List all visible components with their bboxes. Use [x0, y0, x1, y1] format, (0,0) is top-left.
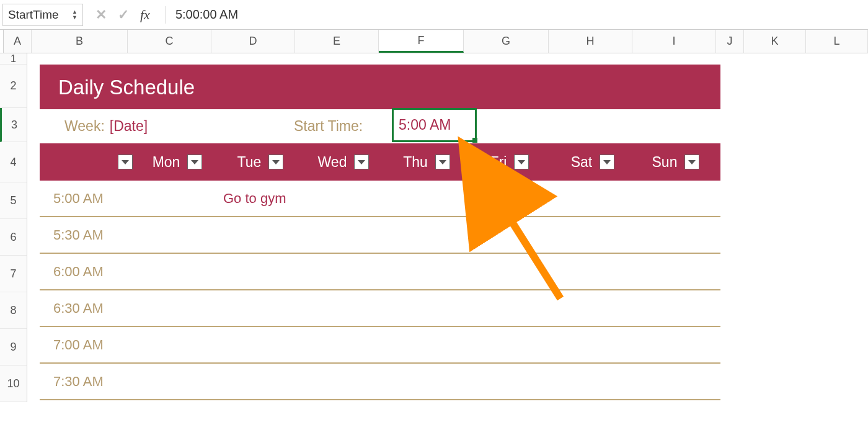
confirm-icon[interactable]: ✓	[118, 7, 129, 23]
time-cell: 7:30 AM	[40, 374, 139, 390]
name-box-value: StartTime	[8, 8, 59, 22]
column-header-C[interactable]: C	[128, 30, 211, 53]
column-header-G[interactable]: G	[464, 30, 549, 53]
day-header-thu: Thu	[388, 154, 471, 171]
row-header-8[interactable]: 8	[0, 292, 27, 329]
row-headers: 12345678910	[0, 53, 27, 422]
day-label: Fri	[490, 154, 507, 171]
day-header-sat: Sat	[554, 154, 637, 171]
time-cell: 6:30 AM	[40, 300, 139, 316]
schedule-cell[interactable]: Go to gym	[222, 191, 305, 207]
sheet-content[interactable]: Daily Schedule Week: [Date] Start Time: …	[27, 53, 868, 422]
filter-button[interactable]	[354, 155, 369, 169]
time-cell: 5:00 AM	[40, 191, 139, 207]
stepper-icon[interactable]: ▲▼	[72, 9, 78, 20]
row-header-6[interactable]: 6	[0, 219, 27, 256]
row-header-9[interactable]: 9	[0, 329, 27, 366]
column-header-K[interactable]: K	[744, 30, 806, 53]
column-headers: ABCDEFGHIJKL	[0, 30, 868, 53]
day-label: Sat	[571, 154, 593, 171]
time-cell: 7:00 AM	[40, 337, 139, 353]
schedule-row: 6:30 AM	[40, 290, 720, 327]
time-column-header	[40, 155, 139, 169]
daily-schedule-template: Daily Schedule Week: [Date] Start Time: …	[40, 65, 720, 400]
formula-input[interactable]: 5:00:00 AM	[168, 7, 866, 22]
filter-button[interactable]	[600, 155, 614, 169]
column-header-H[interactable]: H	[549, 30, 632, 53]
schedule-info-row: Week: [Date] Start Time: 5:00 AM	[40, 109, 720, 143]
filter-button[interactable]	[268, 155, 283, 169]
divider	[165, 6, 166, 24]
column-header-B[interactable]: B	[32, 30, 128, 53]
row-header-5[interactable]: 5	[0, 182, 27, 219]
fx-icon[interactable]: fx	[140, 7, 150, 23]
schedule-row: 7:00 AM	[40, 327, 720, 364]
week-value[interactable]: [Date]	[110, 118, 148, 135]
column-header-A[interactable]: A	[4, 30, 32, 53]
column-header-J[interactable]: J	[716, 30, 744, 53]
row-header-7[interactable]: 7	[0, 256, 27, 292]
name-box[interactable]: StartTime ▲▼	[2, 4, 83, 26]
filter-button[interactable]	[435, 155, 450, 169]
week-label: Week:	[64, 118, 105, 135]
filter-button[interactable]	[514, 155, 529, 169]
row-header-10[interactable]: 10	[0, 366, 27, 402]
column-header-E[interactable]: E	[295, 30, 379, 53]
schedule-row: 7:30 AM	[40, 364, 720, 400]
day-header-row: MonTueWedThuFriSatSun	[40, 143, 720, 181]
day-label: Wed	[318, 154, 347, 171]
filter-button[interactable]	[118, 155, 133, 169]
cancel-icon[interactable]: ✕	[95, 7, 107, 23]
schedule-row: 6:00 AM	[40, 254, 720, 290]
column-header-D[interactable]: D	[211, 30, 295, 53]
column-header-I[interactable]: I	[632, 30, 716, 53]
row-header-4[interactable]: 4	[0, 142, 27, 182]
column-header-L[interactable]: L	[806, 30, 868, 53]
column-header-F[interactable]: F	[379, 30, 464, 53]
formula-bar: StartTime ▲▼ ✕ ✓ fx 5:00:00 AM	[0, 0, 868, 30]
day-header-wed: Wed	[305, 154, 388, 171]
day-header-fri: Fri	[471, 154, 554, 171]
start-time-label: Start Time:	[294, 118, 363, 135]
row-header-2[interactable]: 2	[0, 65, 27, 108]
day-label: Thu	[403, 154, 428, 171]
schedule-title: Daily Schedule	[40, 65, 720, 109]
time-cell: 5:30 AM	[40, 227, 139, 243]
day-header-sun: Sun	[637, 154, 720, 171]
filter-button[interactable]	[187, 155, 202, 169]
row-header-1[interactable]: 1	[0, 53, 27, 65]
start-time-cell[interactable]: 5:00 AM	[392, 108, 477, 142]
schedule-row: 5:00 AMGo to gym	[40, 181, 720, 217]
day-label: Sun	[652, 154, 678, 171]
schedule-row: 5:30 AM	[40, 217, 720, 254]
day-header-mon: Mon	[139, 154, 222, 171]
filter-button[interactable]	[684, 155, 699, 169]
day-label: Tue	[237, 154, 262, 171]
day-header-tue: Tue	[222, 154, 305, 171]
formula-bar-actions: ✕ ✓ fx	[83, 7, 162, 23]
time-cell: 6:00 AM	[40, 264, 139, 280]
start-time-value: 5:00 AM	[399, 117, 451, 133]
row-header-3[interactable]: 3	[0, 108, 27, 142]
day-label: Mon	[153, 154, 180, 171]
